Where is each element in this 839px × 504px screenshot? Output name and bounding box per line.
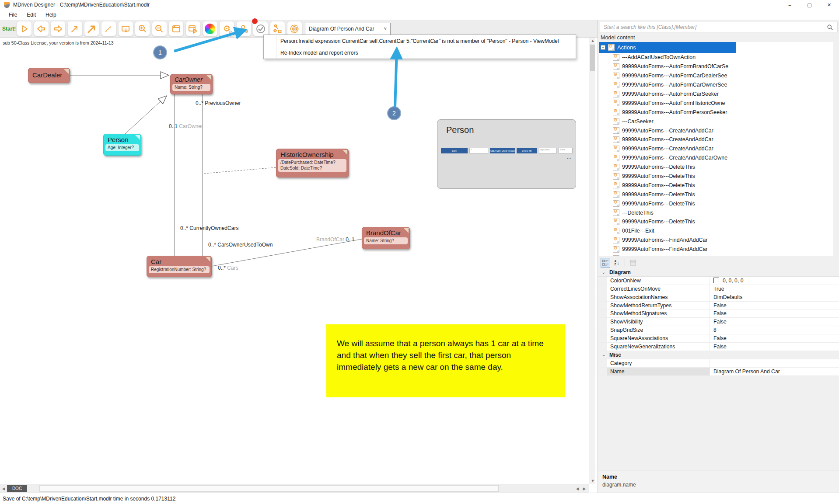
close-button[interactable]: ✕ [819,0,839,10]
scroll-right-icon[interactable]: ▶ [581,487,588,491]
property-row[interactable]: SnapGridSize8 [598,326,839,334]
person-settings-button[interactable] [236,21,252,36]
viewmodel-more-link[interactable]: ... [567,156,571,160]
class-box-historicownership[interactable]: HistoricOwnership /DatePurchased: DateTi… [276,149,349,177]
property-row[interactable]: ShowMethodSignaturesFalse [598,309,839,318]
property-row[interactable]: ColorOnNew0, 0, 0, 0 [598,277,839,285]
tree-item[interactable]: ⚙⚙99999AutoForms---AutoFormCarSeeker [599,90,833,99]
vm-age-field[interactable]: Age (Year) [539,148,557,153]
select-frame-button[interactable] [118,21,133,36]
class-box-car[interactable]: Car RegistrationNumber: String? [147,256,212,277]
tree-item[interactable]: ⚙⚙99999AutoForms---CreateAndAddCar [599,135,833,144]
property-row[interactable]: SquareNewGeneralizationsFalse [598,343,839,351]
tree-item[interactable]: ⚙⚙99999AutoForms---AutoFormHistoricOwne [599,98,833,108]
tree-item[interactable]: ⚙⚙99999AutoForms---CreateAndAddCar [599,144,833,153]
property-value[interactable]: DimDefaults [710,293,839,301]
autolayout-button[interactable] [287,21,302,36]
property-value[interactable]: 8 [710,326,839,334]
canvas-vertical-scrollbar[interactable]: ▲ ▼ [589,38,595,484]
diagram-selector[interactable]: Diagram Of Person And Car ˅ [305,23,391,35]
color-button[interactable] [203,21,218,36]
maximize-button[interactable]: ▢ [800,0,819,10]
scroll-left-icon[interactable]: ◀ [574,487,581,491]
run-window-button[interactable] [185,21,201,36]
property-value[interactable]: False [710,343,839,351]
play-button[interactable] [17,21,32,36]
tree-item[interactable]: ⚙⚙99999AutoForms---AutoFormCarDealerSee [599,71,833,80]
forward-button[interactable] [50,21,66,36]
property-row[interactable]: Category [598,359,839,368]
scroll-down-icon[interactable]: ▼ [589,479,596,483]
class-box-person[interactable]: Person Age: Integer? [103,134,141,156]
property-row[interactable]: ShowAssociationNamesDimDefaults [598,293,839,302]
tree-item[interactable]: ⚙⚙99999AutoForms---AutoFormPersonSeeker [599,108,833,117]
vm-save-button[interactable]: Save [441,148,468,153]
tree-item[interactable]: ⚙⚙99999AutoForms---DeleteThis [599,190,833,199]
tab-scroll-left-icon[interactable]: ◀ [0,487,7,491]
zoom-in-button[interactable] [135,21,150,36]
property-row[interactable]: NameDiagram Of Person And Car [598,368,839,376]
draw-generalization-button[interactable] [84,21,99,36]
tree-item[interactable]: ⚙⚙---AddACarIUsedToOwnAction [599,53,833,62]
property-row[interactable]: ShowVisibilityFalse [598,318,839,326]
menu-file[interactable]: File [4,10,21,19]
property-group[interactable]: ⌄Misc [598,351,839,359]
tree-item[interactable]: ⚙⚙99999AutoForms---CreateAndAddCar [599,126,833,135]
class-box-brandofcar[interactable]: BrandOfCar Name: String? [362,227,410,249]
collapse-icon[interactable]: − [601,45,605,50]
tree-item[interactable]: ⚙⚙99999AutoForms---AutoFormCarOwnerSee [599,80,833,90]
vm-name-field[interactable]: Name [559,148,573,153]
minimize-button[interactable]: – [780,0,800,10]
property-value[interactable]: False [710,309,839,317]
diagram-canvas[interactable]: sub 50-Class License, your version is fr… [0,38,589,484]
draw-dashed-line-button[interactable] [101,21,116,36]
tab-doc[interactable]: DOC [7,485,27,492]
property-value[interactable]: False [710,334,839,342]
property-pages-button[interactable] [628,258,638,268]
property-value[interactable] [710,359,839,367]
tree-item[interactable]: ⚙⚙99999AutoForms---CreateAndAddCarOwne [599,153,833,163]
class-box-cardealer[interactable]: CarDealer [28,68,70,83]
tree-item[interactable]: ⚙⚙99999AutoForms---DeleteThis [599,199,833,208]
tree-item[interactable]: ⚙⚙99999AutoForms---DeleteThis [599,217,833,226]
property-value[interactable]: 0, 0, 0, 0 [710,277,839,285]
menu-help[interactable]: Help [41,10,61,19]
sticky-note[interactable]: We will assume that a person always has … [326,324,565,397]
categorized-view-button[interactable] [601,258,610,268]
vm-age-dropdown[interactable]: ˅ [469,148,488,153]
horizontal-scroll-thumb[interactable] [39,485,499,492]
zoom-out-button[interactable] [152,21,167,36]
alphabetical-sort-button[interactable]: AZ↓ [612,258,622,268]
property-row[interactable]: ShowMethodReturnTypesFalse [598,302,839,310]
tree-item[interactable]: ⚙⚙99999AutoForms---DeleteThis [599,181,833,190]
property-row[interactable]: CorrectLinesOnMoveTrue [598,285,839,293]
property-value[interactable]: Diagram Of Person And Car [710,368,839,375]
open-window-button[interactable] [168,21,184,36]
start-label[interactable]: Start! [2,26,16,32]
tree-item[interactable]: ⚙⚙001File---Exit [599,226,833,236]
tree-item[interactable]: ⚙⚙99999AutoForms---FindAndAddCar [599,236,833,245]
tree-item[interactable]: ⚙⚙99999AutoForms---FindAndAddCar [599,245,833,254]
property-value[interactable]: False [710,318,839,326]
tree-item[interactable]: ⚙⚙---DeleteThis [599,208,833,217]
scroll-up-icon[interactable]: ▲ [589,38,596,43]
search-icon[interactable] [827,24,833,30]
tree-item[interactable]: ⚙⚙99999AutoForms---DeleteThis [599,172,833,181]
property-value[interactable]: True [710,285,839,293]
tree-item[interactable]: ⚙⚙99999AutoForms---AutoFormBrandOfCarSe [599,62,833,71]
property-value[interactable]: False [710,302,839,309]
vm-delete-button[interactable]: Delete Me [517,148,537,153]
property-row[interactable]: SquareNewAssociationsFalse [598,334,839,343]
tree-node-actions[interactable]: − ⚙⚙ Actions [599,42,736,53]
vm-add-car-button[interactable]: Add A Car I Used To Own [490,148,515,153]
viewmodel-preview-panel[interactable]: Person Save˅Add A Car I Used To OwnDelet… [437,119,576,189]
reindex-menu-item[interactable]: Re-Index model and report errors [264,47,576,59]
property-group[interactable]: ⌄Diagram [598,268,839,277]
draw-association-button[interactable] [67,21,83,36]
model-search-input[interactable]: Start a search like this [Class].[Member… [600,22,838,32]
settings-button[interactable]: ⚙⚙ [219,21,234,36]
tree-item[interactable]: ⚙⚙99999AutoForms---DeleteThis [599,163,833,172]
menu-edit[interactable]: Edit [22,10,40,19]
association-class-button[interactable] [270,21,285,36]
validation-error-item[interactable]: Person:Invalid expression CurrentCar sel… [264,35,576,47]
